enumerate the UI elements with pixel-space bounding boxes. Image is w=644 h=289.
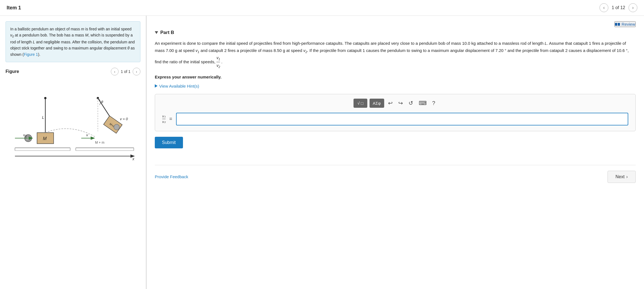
header-nav: ‹ 1 of 12 › xyxy=(600,3,637,12)
pendulum-svg: M m v0 L xyxy=(9,82,137,164)
express-answer: Express your answer numerically. xyxy=(155,75,636,79)
help-icon: ? xyxy=(432,100,435,106)
submit-button[interactable]: Submit xyxy=(155,137,183,148)
main-container: In a ballistic pendulum an object of mas… xyxy=(0,16,644,289)
redo-icon: ↪ xyxy=(398,100,403,106)
figure-link[interactable]: Figure 1 xyxy=(24,52,38,57)
svg-text:θ: θ xyxy=(101,100,103,104)
math-toolbar: √ □ AΣφ ↩ ↪ ↺ ⌨ ? xyxy=(159,99,631,108)
svg-text:v0: v0 xyxy=(23,133,27,138)
var-v0: v0 xyxy=(10,33,14,37)
next-arrow-icon: › xyxy=(626,174,628,179)
svg-text:M: M xyxy=(43,136,47,141)
refresh-button[interactable]: ↺ xyxy=(407,99,415,107)
refresh-icon: ↺ xyxy=(409,100,413,106)
review-label: Review xyxy=(622,22,635,27)
fraction-display: v₁ v₂ xyxy=(162,114,166,124)
next-item-button[interactable]: › xyxy=(629,3,637,12)
equals-sign: = xyxy=(169,116,172,122)
problem-text: An experiment is done to compare the ini… xyxy=(155,40,636,70)
figure-prev-button[interactable]: ‹ xyxy=(111,68,119,75)
svg-text:M + m: M + m xyxy=(95,141,104,144)
collapse-icon[interactable] xyxy=(155,31,158,34)
svg-text:x: x xyxy=(132,157,135,161)
review-button[interactable]: Review xyxy=(614,21,636,27)
var-m: m xyxy=(81,27,84,31)
top-header: Item 1 ‹ 1 of 12 › xyxy=(0,0,644,16)
right-panel: Review Part B An experiment is done to c… xyxy=(146,16,644,289)
var-L: L xyxy=(33,40,35,44)
var-M: M xyxy=(85,33,88,37)
fraction-denominator: v₂ xyxy=(162,120,166,124)
part-label: Part B xyxy=(160,30,174,35)
fraction-bar xyxy=(162,119,166,119)
greek-symbols-button[interactable]: AΣφ xyxy=(370,99,384,108)
next-button[interactable]: Next › xyxy=(608,171,636,183)
answer-input[interactable] xyxy=(176,113,628,125)
expand-hint-icon xyxy=(155,84,158,88)
greek-label: AΣφ xyxy=(373,101,381,106)
page-info: 1 of 12 xyxy=(612,5,625,10)
prev-item-button[interactable]: ‹ xyxy=(600,3,608,12)
box-icon: □ xyxy=(361,101,363,106)
figure-count: 1 of 1 xyxy=(121,69,130,74)
part-b-header: Part B xyxy=(155,30,636,35)
figure-nav: ‹ 1 of 1 › xyxy=(111,68,140,75)
bookmark-icon xyxy=(615,23,620,26)
provide-feedback-link[interactable]: Provide Feedback xyxy=(155,174,188,179)
hint-link[interactable]: View Available Hint(s) xyxy=(155,84,636,88)
keyboard-icon: ⌨ xyxy=(419,100,427,106)
item-label: Item 1 xyxy=(7,5,21,11)
undo-icon: ↩ xyxy=(388,100,393,106)
figure-title: Figure xyxy=(6,69,19,74)
next-arrow-icon: › xyxy=(632,5,633,10)
help-button[interactable]: ? xyxy=(431,99,437,107)
sqrt-icon: √ xyxy=(357,101,360,106)
undo-button[interactable]: ↩ xyxy=(386,99,394,107)
answer-container: √ □ AΣφ ↩ ↪ ↺ ⌨ ? xyxy=(155,94,636,131)
left-panel: In a ballistic pendulum an object of mas… xyxy=(0,16,146,289)
svg-text:L: L xyxy=(42,115,44,120)
redo-button[interactable]: ↪ xyxy=(397,99,405,107)
svg-point-22 xyxy=(114,124,119,130)
figure-image: M m v0 L xyxy=(6,79,140,167)
problem-description: In a ballistic pendulum an object of mas… xyxy=(6,21,140,62)
math-input-button[interactable]: √ □ xyxy=(354,99,367,108)
svg-text:v: v xyxy=(86,133,88,137)
svg-text:v = 0: v = 0 xyxy=(120,117,128,121)
figure-next-button[interactable]: › xyxy=(133,68,140,75)
fraction-input-row: v₁ v₂ = xyxy=(159,112,631,127)
keyboard-button[interactable]: ⌨ xyxy=(417,99,428,107)
figure-header: Figure ‹ 1 of 1 › xyxy=(6,68,140,75)
fraction-numerator: v₁ xyxy=(162,114,166,118)
prev-arrow-icon: ‹ xyxy=(603,5,604,10)
hint-label: View Available Hint(s) xyxy=(159,84,199,88)
var-theta: θ xyxy=(127,46,130,50)
next-label: Next xyxy=(616,174,625,179)
